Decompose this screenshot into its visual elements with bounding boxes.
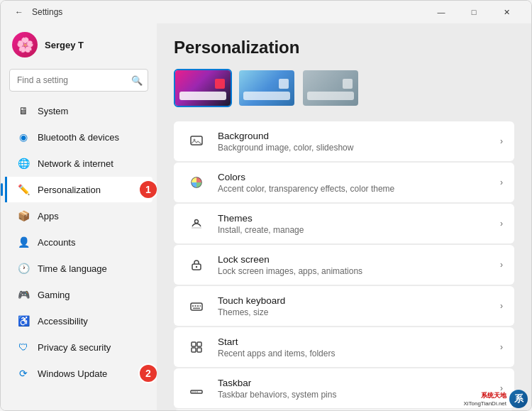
settings-item-colors[interactable]: Colors Accent color, transparency effect… (174, 163, 514, 202)
avatar-icon: 🌸 (16, 36, 34, 53)
active-indicator (5, 177, 7, 202)
svg-rect-11 (193, 308, 200, 309)
sidebar-item-label: Network & internet (38, 158, 113, 169)
svg-rect-7 (192, 305, 194, 307)
avatar: 🌸 (12, 32, 38, 57)
sidebar-item-bluetooth[interactable]: ◉ Bluetooth & devices (5, 124, 153, 150)
svg-rect-8 (195, 305, 196, 307)
personalization-icon: ✏️ (16, 182, 31, 197)
svg-rect-19 (196, 392, 198, 393)
time-icon: 🕐 (16, 261, 31, 275)
maximize-button[interactable]: □ (458, 1, 490, 23)
page-title: Personalization (174, 38, 514, 57)
settings-title: Background (218, 131, 500, 141)
user-section[interactable]: 🌸 Sergey T (1, 23, 157, 66)
sidebar-item-gaming[interactable]: 🎮 Gaming (5, 282, 153, 307)
sidebar-item-personalization[interactable]: ✏️ Personalization 1 (5, 177, 153, 202)
close-button[interactable]: ✕ (490, 1, 523, 23)
sidebar-item-label: System (38, 106, 68, 116)
svg-point-3 (195, 220, 199, 224)
sidebar-item-accounts[interactable]: 👤 Accounts (5, 229, 153, 255)
search-input[interactable] (9, 69, 148, 92)
svg-rect-9 (197, 305, 199, 307)
watermark: 系统天地 XiTongTianDi.net 系 (463, 390, 528, 408)
sidebar-item-time[interactable]: 🕐 Time & language (5, 256, 153, 281)
settings-item-text-lockscreen: Lock screen Lock screen images, apps, an… (218, 254, 500, 276)
settings-item-touchkeyboard[interactable]: Touch keyboard Themes, size › (174, 286, 514, 326)
update-icon: ⟳ (16, 366, 31, 380)
settings-item-text-themes: Themes Install, create, manage (218, 213, 500, 235)
thumb-taskbar (307, 92, 354, 100)
svg-rect-18 (194, 392, 196, 393)
back-button[interactable]: ← (9, 2, 29, 22)
svg-rect-15 (197, 348, 201, 352)
theme-thumb-3[interactable] (301, 69, 360, 107)
settings-item-themes[interactable]: Themes Install, create, manage › (174, 204, 514, 243)
svg-rect-10 (200, 305, 201, 307)
settings-item-text-background: Background Background image, color, slid… (218, 131, 500, 153)
settings-item-text-touchkeyboard: Touch keyboard Themes, size (218, 295, 500, 317)
bluetooth-icon: ◉ (16, 130, 31, 144)
sidebar-item-label: Time & language (38, 263, 107, 274)
settings-item-lockscreen[interactable]: Lock screen Lock screen images, apps, an… (174, 245, 514, 285)
settings-list: Background Background image, color, slid… (174, 121, 514, 410)
settings-item-text-colors: Colors Accent color, transparency effect… (218, 172, 500, 194)
system-icon: 🖥 (16, 104, 31, 118)
svg-rect-17 (192, 392, 194, 393)
svg-rect-6 (191, 303, 202, 310)
privacy-icon: 🛡 (16, 340, 31, 354)
apps-icon: 📦 (16, 209, 31, 223)
main-area: 🌸 Sergey T 🔍 🖥 System ◉ Bluetooth & devi… (1, 23, 531, 410)
settings-subtitle: Background image, color, slideshow (218, 143, 500, 153)
sidebar-item-label: Personalization (38, 185, 101, 195)
settings-item-fonts[interactable]: Aa Fonts Install, manage › (174, 410, 514, 410)
chevron-icon: › (500, 136, 503, 146)
thumb-decoration (279, 79, 289, 89)
sidebar-item-label: Apps (38, 211, 59, 221)
sidebar-item-network[interactable]: 🌐 Network & internet (5, 150, 153, 176)
settings-title: Start (218, 336, 500, 347)
sidebar-item-privacy[interactable]: 🛡 Privacy & security (5, 334, 153, 360)
background-icon (185, 130, 208, 153)
search-icon: 🔍 (131, 75, 143, 86)
user-name: Sergey T (45, 40, 84, 50)
settings-item-text-taskbar: Taskbar Taskbar behaviors, system pins (218, 378, 500, 400)
settings-window: ← Settings — □ ✕ 🌸 Sergey T 🔍 (0, 0, 532, 411)
settings-title: Colors (218, 172, 500, 182)
settings-subtitle: Lock screen images, apps, animations (218, 266, 500, 276)
svg-rect-13 (197, 342, 201, 346)
chevron-icon: › (500, 260, 503, 270)
theme-thumb-2[interactable] (238, 69, 296, 107)
search-box: 🔍 (9, 69, 148, 92)
sidebar-item-apps[interactable]: 📦 Apps (5, 203, 153, 229)
thumb-taskbar (179, 92, 226, 100)
minimize-button[interactable]: — (425, 1, 458, 23)
sidebar-item-accessibility[interactable]: ♿ Accessibility (5, 308, 153, 334)
taskbar-icon (185, 377, 208, 400)
svg-rect-12 (192, 342, 196, 346)
content-area: Personalization (157, 23, 531, 410)
sidebar-item-update[interactable]: ⟳ Windows Update 2 (5, 361, 153, 386)
settings-title: Lock screen (218, 254, 500, 265)
accessibility-icon: ♿ (16, 314, 31, 328)
sidebar-item-label: Accounts (38, 237, 75, 248)
settings-title: Taskbar (218, 378, 500, 388)
start-icon (185, 336, 208, 358)
settings-item-start[interactable]: Start Recent apps and items, folders › (174, 327, 514, 367)
theme-thumb-1[interactable] (174, 69, 232, 107)
settings-subtitle: Recent apps and items, folders (218, 349, 500, 358)
settings-item-background[interactable]: Background Background image, color, slid… (174, 121, 514, 161)
settings-item-text-start: Start Recent apps and items, folders (218, 336, 500, 358)
badge-2: 2 (138, 363, 157, 383)
titlebar: ← Settings — □ ✕ (1, 1, 531, 23)
settings-title: Themes (218, 213, 500, 224)
chevron-icon: › (500, 301, 503, 311)
network-icon: 🌐 (16, 156, 31, 170)
touchkeyboard-icon (185, 295, 208, 317)
watermark-logo: 系 (509, 390, 528, 408)
theme-row (174, 69, 514, 107)
sidebar-item-system[interactable]: 🖥 System (5, 98, 153, 124)
window-title: Settings (32, 7, 425, 17)
sidebar-item-label: Windows Update (38, 368, 107, 379)
sidebar: 🌸 Sergey T 🔍 🖥 System ◉ Bluetooth & devi… (1, 23, 157, 410)
